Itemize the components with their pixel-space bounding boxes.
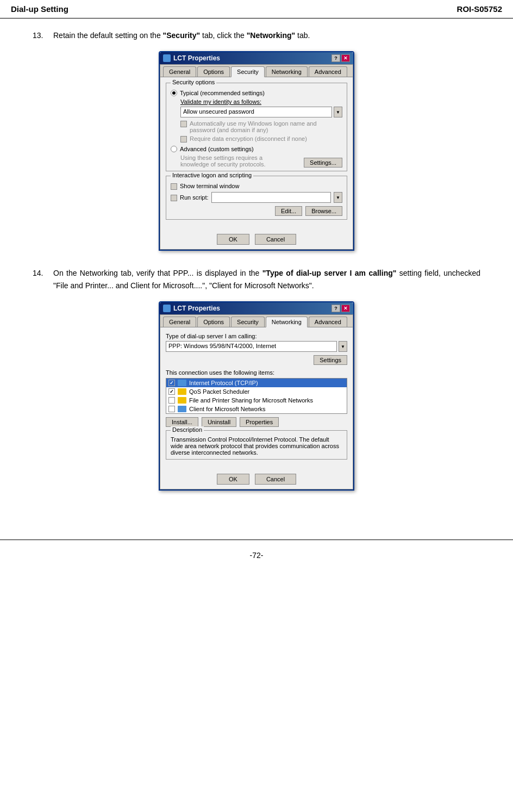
conn-item-client-icon <box>178 406 186 412</box>
checkbox-autologon-label: Automatically use my Windows logon name … <box>190 120 342 133</box>
dialog2-title: LCT Properties <box>173 305 220 312</box>
radio-typical[interactable] <box>171 90 177 96</box>
conn-item-fileprinter[interactable]: File and Printer Sharing for Microsoft N… <box>166 396 347 405</box>
install-row: Install... Uninstall Properties <box>166 417 347 427</box>
run-script-field[interactable] <box>211 192 331 203</box>
items-label: This connection uses the following items… <box>166 369 347 376</box>
description-label: Description <box>171 426 204 433</box>
tab-options[interactable]: Options <box>197 66 230 77</box>
radio-advanced[interactable] <box>171 146 177 152</box>
connection-items-list: ✓ Internet Protocol (TCP/IP) ✓ <box>166 378 347 414</box>
radio-advanced-label: Advanced (custom settings) <box>180 146 254 152</box>
type-label-row: Type of dial-up server I am calling: PPP… <box>166 333 347 352</box>
dialog2-buttons: OK Cancel <box>160 469 353 489</box>
tab-security[interactable]: Security <box>231 66 265 77</box>
step-13-block: 13. Retain the default setting on the "S… <box>33 29 480 251</box>
type-dropdown[interactable]: PPP: Windows 95/98/NT4/2000, Internet <box>166 341 337 352</box>
validate-dropdown[interactable]: Allow unsecured password <box>180 107 332 117</box>
dialog1-cancel-button[interactable]: Cancel <box>255 234 296 245</box>
browse-button[interactable]: Browse... <box>305 206 342 216</box>
checkbox-runscript[interactable] <box>171 195 177 201</box>
advanced-text: Using these settings requires a knowledg… <box>180 154 289 168</box>
tab-general[interactable]: General <box>163 66 196 77</box>
header-left: Dial-up Setting <box>11 4 68 14</box>
uninstall-button[interactable]: Uninstall <box>202 417 236 427</box>
dialog2-ok-button[interactable]: OK <box>217 474 249 485</box>
checkbox-autologon[interactable] <box>180 121 187 127</box>
dialog2-settings-button[interactable]: Settings <box>314 355 347 365</box>
typical-indent: Validate my identity as follows: Allow u… <box>180 98 342 142</box>
conn-item-qos-check: ✓ <box>168 388 175 395</box>
page-footer: -72- <box>0 540 513 571</box>
checkbox-terminal[interactable] <box>171 183 177 190</box>
dialog1: LCT Properties ? ✕ General Options Secur… <box>159 51 354 251</box>
conn-item-client[interactable]: Client for Microsoft Networks <box>166 405 347 413</box>
dialog2-tab-general[interactable]: General <box>163 317 196 327</box>
step-14-number: 14. <box>33 267 48 292</box>
header-right: ROI-S05752 <box>457 4 502 14</box>
interactive-logon-label: Interactive logon and scripting <box>171 172 253 178</box>
conn-item-client-label: Client for Microsoft Networks <box>189 406 266 412</box>
conn-item-tcpip-label: Internet Protocol (TCP/IP) <box>189 380 258 386</box>
security-options-content: Typical (recommended settings) Validate … <box>171 90 342 168</box>
step-13-text: 13. Retain the default setting on the "S… <box>33 29 480 41</box>
checkbox-terminal-label: Show terminal window <box>180 183 239 189</box>
dialog2-icon <box>163 305 171 312</box>
step-13-bold1: "Security" <box>163 31 201 40</box>
dialog1-inner: Security options Typical (recommended se… <box>160 77 353 230</box>
interactive-logon-content: Show terminal window Run script: ▼ Edit. <box>171 183 342 216</box>
radio-advanced-row: Advanced (custom settings) <box>171 146 342 152</box>
dialog2-cancel-button[interactable]: Cancel <box>255 474 296 485</box>
dropdown-row: Allow unsecured password ▼ <box>180 107 342 117</box>
conn-item-fileprinter-check <box>168 397 175 404</box>
settings-button[interactable]: Settings... <box>304 158 342 168</box>
description-text: Transmission Control Protocol/Internet P… <box>171 436 342 456</box>
advanced-indent: Using these settings requires a knowledg… <box>180 154 342 168</box>
conn-item-client-check <box>168 406 175 412</box>
close-button[interactable]: ✕ <box>341 54 350 62</box>
dialog2-tab-networking[interactable]: Networking <box>266 317 308 327</box>
tab-advanced[interactable]: Advanced <box>309 66 347 77</box>
tab-networking[interactable]: Networking <box>266 66 308 77</box>
dialog2-tab-security[interactable]: Security <box>231 317 265 327</box>
dialog2-tabs: General Options Security Networking Adva… <box>160 315 353 327</box>
dialog2-close-button[interactable]: ✕ <box>341 305 350 312</box>
install-button[interactable]: Install... <box>166 417 198 427</box>
run-script-arrow[interactable]: ▼ <box>334 192 342 203</box>
conn-item-tcpip[interactable]: ✓ Internet Protocol (TCP/IP) <box>166 379 347 387</box>
dialog1-buttons: OK Cancel <box>160 230 353 249</box>
conn-item-qos[interactable]: ✓ QoS Packet Scheduler <box>166 387 347 396</box>
type-label: Type of dial-up server I am calling: <box>166 333 347 339</box>
checkbox-runscript-label: Run script: <box>180 194 209 201</box>
conn-item-tcpip-check: ✓ <box>168 380 175 386</box>
type-dropdown-arrow[interactable]: ▼ <box>339 341 347 352</box>
dialog2-help-button[interactable]: ? <box>331 305 340 312</box>
page-number: -72- <box>250 551 264 560</box>
edit-button[interactable]: Edit... <box>275 206 302 216</box>
step-14-bold1: "Type of dial-up server I am calling" <box>262 269 397 277</box>
conn-item-fileprinter-label: File and Printer Sharing for Microsoft N… <box>189 397 313 404</box>
dialog2-titlebar-left: LCT Properties <box>163 305 220 312</box>
dialog2-titlebar: LCT Properties ? ✕ <box>160 302 353 314</box>
step-14-desc: On the Networking tab, verify that PPP..… <box>53 267 480 292</box>
dialog1-ok-button[interactable]: OK <box>217 234 249 245</box>
security-options-group: Security options Typical (recommended se… <box>166 83 347 171</box>
dialog2-tab-options[interactable]: Options <box>197 317 230 327</box>
properties-button[interactable]: Properties <box>240 417 279 427</box>
dropdown-arrow-icon[interactable]: ▼ <box>334 107 342 117</box>
page-content: 13. Retain the default setting on the "S… <box>0 18 513 529</box>
checkbox-encrypt[interactable] <box>180 136 187 142</box>
dialog2: LCT Properties ? ✕ General Options Secur… <box>159 301 354 491</box>
dialog2-titlebar-buttons: ? ✕ <box>331 305 350 312</box>
conn-item-qos-label: QoS Packet Scheduler <box>189 388 249 395</box>
checkbox-terminal-row: Show terminal window <box>171 183 342 190</box>
run-script-row: Run script: ▼ <box>171 192 342 203</box>
page-header: Dial-up Setting ROI-S05752 <box>0 0 513 18</box>
step-13-desc: Retain the default setting on the "Secur… <box>53 29 310 41</box>
dialog2-tab-advanced[interactable]: Advanced <box>309 317 347 327</box>
checkbox-encrypt-label: Require data encryption (disconnect if n… <box>190 135 307 142</box>
help-button[interactable]: ? <box>331 54 340 62</box>
conn-item-qos-icon <box>178 388 186 395</box>
dialog1-body: General Options Security Networking Adva… <box>160 64 353 250</box>
dialog1-titlebar: LCT Properties ? ✕ <box>160 52 353 64</box>
